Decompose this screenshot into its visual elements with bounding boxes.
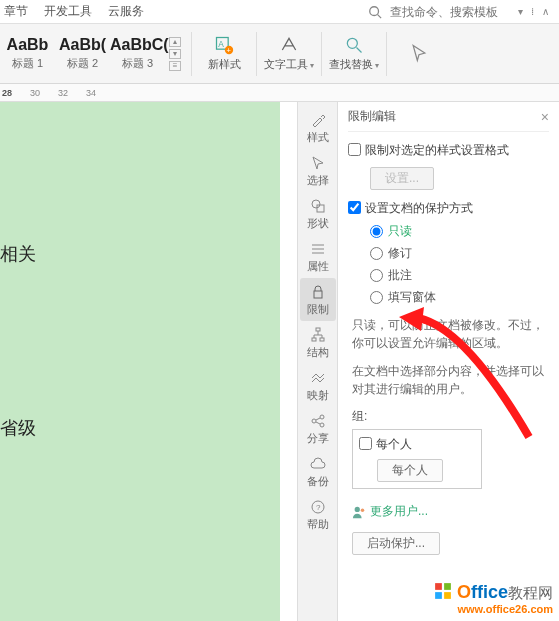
ruler-mark: 30 <box>30 88 56 98</box>
svg-point-17 <box>312 419 316 423</box>
vtool-map[interactable]: 映射 <box>300 364 336 407</box>
watermark: Office教程网 www.office26.com <box>434 582 553 615</box>
separator <box>191 32 192 76</box>
expand-icon[interactable]: ∧ <box>542 6 549 17</box>
separator <box>386 32 387 76</box>
vtool-help[interactable]: ?帮助 <box>300 493 336 536</box>
svg-point-25 <box>361 508 365 512</box>
separator <box>256 32 257 76</box>
select-users-description: 在文档中选择部分内容，并选择可以对其进行编辑的用户。 <box>352 362 549 398</box>
new-style-icon: A+ <box>214 35 234 55</box>
svg-point-6 <box>347 38 357 48</box>
gallery-down-icon[interactable]: ▾ <box>169 49 181 59</box>
doc-text: 省级 <box>0 416 280 440</box>
tree-icon <box>310 327 326 343</box>
ruler[interactable]: 28 30 32 34 <box>0 84 559 102</box>
vtool-share[interactable]: 分享 <box>300 407 336 450</box>
share-icon <box>310 413 326 429</box>
select-button[interactable] <box>393 43 445 65</box>
backup-icon <box>310 456 326 472</box>
vtool-restrict[interactable]: 限制 <box>300 278 336 321</box>
radio-readonly[interactable]: 只读 <box>370 223 549 240</box>
cursor-icon <box>409 43 429 63</box>
vertical-toolbar: 样式 选择 形状 属性 限制 结构 映射 分享 备份 ?帮助 <box>298 102 338 621</box>
more-users-link[interactable]: 更多用户... <box>352 503 549 520</box>
search-bar[interactable]: ▾ ⁞ ∧ <box>200 0 559 24</box>
everyone-checkbox[interactable]: 每个人 <box>359 436 475 453</box>
ruler-mark: 32 <box>58 88 84 98</box>
svg-rect-30 <box>444 592 451 599</box>
gallery-up-icon[interactable]: ▴ <box>169 37 181 47</box>
svg-point-18 <box>320 415 324 419</box>
ruler-mark: 34 <box>86 88 112 98</box>
svg-rect-16 <box>320 338 324 341</box>
find-replace-button[interactable]: 查找替换 <box>328 35 380 72</box>
svg-point-24 <box>355 506 360 511</box>
svg-rect-9 <box>317 205 324 212</box>
map-icon <box>310 370 326 386</box>
vtool-structure[interactable]: 结构 <box>300 321 336 364</box>
users-icon <box>352 505 366 519</box>
doc-text: 相关 <box>0 242 280 266</box>
help-icon: ? <box>310 499 326 515</box>
group-label: 组: <box>352 408 549 425</box>
radio-comment[interactable]: 批注 <box>370 267 549 284</box>
svg-text:?: ? <box>316 503 321 512</box>
overflow-icon[interactable]: ⁞ <box>531 6 534 17</box>
svg-rect-14 <box>316 328 320 331</box>
protect-mode-checkbox[interactable]: 设置文档的保护方式 <box>348 200 549 217</box>
radio-form[interactable]: 填写窗体 <box>370 289 549 306</box>
svg-line-1 <box>378 14 382 18</box>
list-icon <box>310 241 326 257</box>
separator <box>321 32 322 76</box>
document-page: 相关 省级 <box>0 102 280 621</box>
style-heading2[interactable]: AaBb( 标题 2 <box>55 32 110 75</box>
text-tool-button[interactable]: 文字工具 <box>263 35 315 72</box>
vtool-select[interactable]: 选择 <box>300 149 336 192</box>
vtool-style[interactable]: 样式 <box>300 106 336 149</box>
search-input[interactable] <box>390 5 510 19</box>
vtool-property[interactable]: 属性 <box>300 235 336 278</box>
text-tool-icon <box>279 35 299 55</box>
lock-icon <box>310 284 326 300</box>
vtool-backup[interactable]: 备份 <box>300 450 336 493</box>
tab-chapter[interactable]: 章节 <box>4 3 28 20</box>
panel-title: 限制编辑 <box>348 108 396 125</box>
vtool-shape[interactable]: 形状 <box>300 192 336 235</box>
find-icon <box>344 35 364 55</box>
start-protect-button[interactable]: 启动保护... <box>352 532 440 555</box>
logo-icon <box>434 582 452 600</box>
document-area[interactable]: 相关 省级 <box>0 102 298 621</box>
svg-line-7 <box>357 48 362 53</box>
svg-point-8 <box>312 200 320 208</box>
svg-point-0 <box>370 6 379 15</box>
search-icon <box>368 5 382 19</box>
group-box: 每个人 每个人 <box>352 429 482 489</box>
close-icon[interactable]: × <box>541 109 549 125</box>
shape-icon <box>310 198 326 214</box>
radio-revision[interactable]: 修订 <box>370 245 549 262</box>
cursor-icon <box>310 155 326 171</box>
svg-rect-29 <box>435 592 442 599</box>
svg-line-21 <box>316 422 320 424</box>
svg-text:A: A <box>218 39 224 49</box>
svg-line-20 <box>316 418 320 420</box>
tab-devtools[interactable]: 开发工具 <box>44 3 92 20</box>
everyone-button[interactable]: 每个人 <box>377 459 443 482</box>
tab-cloud[interactable]: 云服务 <box>108 3 144 20</box>
style-gallery: AaBb 标题 1 AaBb( 标题 2 AaBbC( 标题 3 <box>0 32 165 75</box>
settings-button: 设置... <box>370 167 434 190</box>
limit-style-checkbox[interactable]: 限制对选定的样式设置格式 <box>348 142 549 159</box>
chevron-down-icon[interactable]: ▾ <box>518 6 523 17</box>
svg-point-19 <box>320 423 324 427</box>
readonly-description: 只读，可以防止文档被修改。不过，你可以设置允许编辑的区域。 <box>352 316 549 352</box>
svg-rect-15 <box>312 338 316 341</box>
new-style-button[interactable]: A+ 新样式 <box>198 35 250 72</box>
style-heading1[interactable]: AaBb 标题 1 <box>0 32 55 75</box>
svg-rect-28 <box>444 583 451 590</box>
gallery-more-icon[interactable]: ≡ <box>169 61 181 71</box>
brush-icon <box>310 112 326 128</box>
restrict-edit-panel: 限制编辑 × 限制对选定的样式设置格式 设置... 设置文档的保护方式 只读 修… <box>338 102 559 621</box>
ribbon: AaBb 标题 1 AaBb( 标题 2 AaBbC( 标题 3 ▴ ▾ ≡ A… <box>0 24 559 84</box>
style-heading3[interactable]: AaBbC( 标题 3 <box>110 32 165 75</box>
